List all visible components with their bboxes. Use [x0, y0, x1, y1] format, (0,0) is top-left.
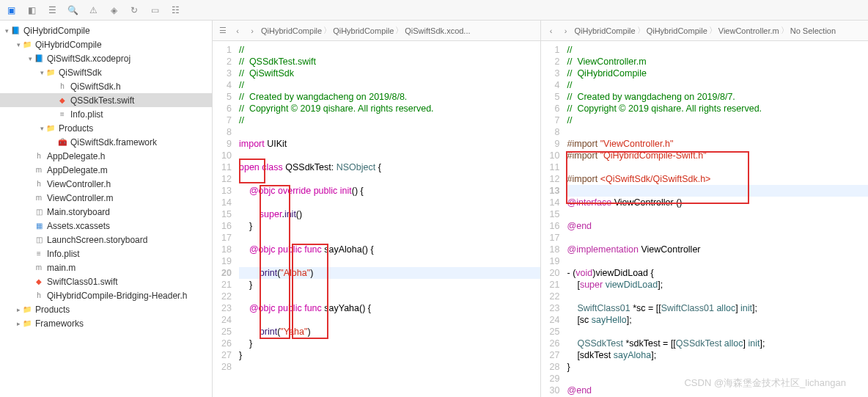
crumb-item[interactable]: QiHybridCompile	[575, 26, 636, 35]
right-jumpbar[interactable]: ‹ › QiHybridCompile 〉 QiHybridCompile 〉 …	[541, 21, 869, 41]
code-line[interactable]: //	[567, 79, 869, 91]
code-line[interactable]: @implementation ViewController	[567, 244, 869, 255]
disclosure-triangle-icon[interactable]: ▾	[38, 69, 45, 76]
code-line[interactable]: }	[239, 220, 540, 232]
forward-icon[interactable]: ›	[246, 26, 258, 35]
tree-row[interactable]: ◫LaunchScreen.storyboard	[0, 233, 212, 247]
disclosure-triangle-icon[interactable]: ▾	[15, 41, 22, 48]
tree-row[interactable]: ◫Main.storyboard	[0, 205, 212, 219]
code-line[interactable]: @end	[567, 385, 869, 396]
disclosure-triangle-icon[interactable]: ▾	[38, 125, 45, 132]
code-line[interactable]	[567, 373, 869, 385]
code-line[interactable]	[239, 126, 540, 138]
left-code-area[interactable]: 1234567891011121314151617181920212223242…	[213, 41, 540, 397]
code-line[interactable]: @end	[567, 220, 869, 232]
crumb-item[interactable]: QiSwiftSdk.xcod...	[405, 26, 470, 35]
folder-nav-icon[interactable]: ▣	[4, 4, 18, 17]
tests-nav-icon[interactable]: ◈	[107, 4, 120, 17]
code-line[interactable]	[567, 232, 869, 244]
tree-row[interactable]: ▦Assets.xcassets	[0, 219, 212, 233]
code-line[interactable]: @objc public func sayAloha() {	[239, 244, 540, 255]
code-line[interactable]	[239, 232, 540, 244]
tree-row[interactable]: ▸📁Products	[0, 302, 212, 316]
tree-row[interactable]: hQiSwiftSdk.h	[0, 79, 212, 93]
code-line[interactable]: super.init()	[239, 208, 540, 220]
debug-nav-icon[interactable]: ↻	[128, 4, 141, 17]
code-line[interactable]: //	[239, 44, 540, 56]
issues-nav-icon[interactable]: ⚠	[87, 4, 100, 17]
code-line[interactable]	[239, 314, 540, 326]
tree-row[interactable]: ▾📁QiHybridCompile	[0, 37, 212, 51]
tree-row[interactable]: hQiHybridCompile-Bridging-Header.h	[0, 288, 212, 302]
code-line[interactable]: #import <QiSwiftSdk/QiSwiftSdk.h>	[567, 173, 869, 185]
code-line[interactable]: // Created by wangdacheng on 2019/8/7.	[567, 91, 869, 103]
code-line[interactable]: SwiftClass01 *sc = [[SwiftClass01 alloc]…	[567, 302, 869, 314]
tree-row[interactable]: ▾📘QiSwiftSdk.xcodeproj	[0, 51, 212, 65]
tree-row[interactable]: ▾📘QiHybridCompile	[0, 23, 212, 37]
left-jumpbar[interactable]: ☰ ‹ › QiHybridCompile 〉 QiHybridCompile …	[213, 21, 540, 41]
code-line[interactable]: // QiSwiftSdk	[239, 68, 540, 79]
crumb-item[interactable]: QiHybridCompile	[333, 26, 394, 35]
code-line[interactable]: //	[567, 114, 869, 126]
code-line[interactable]	[239, 255, 540, 267]
code-line[interactable]: // QiHybridCompile	[567, 68, 869, 79]
code-line[interactable]	[567, 255, 869, 267]
code-line[interactable]: }	[239, 349, 540, 361]
code-line[interactable]: // ViewController.m	[567, 56, 869, 68]
crumb-item[interactable]: QiHybridCompile	[647, 26, 707, 35]
code-line[interactable]: [sc sayHello];	[567, 314, 869, 326]
breakpoints-nav-icon[interactable]: ▭	[148, 4, 161, 17]
disclosure-triangle-icon[interactable]: ▾	[3, 27, 10, 34]
code-line[interactable]: [sdkTest sayAloha];	[567, 349, 869, 361]
tree-row[interactable]: ▾📁Products	[0, 121, 212, 135]
tree-row[interactable]: mViewController.m	[0, 191, 212, 205]
code-line[interactable]	[567, 161, 869, 173]
crumb-item[interactable]: ViewController.m	[718, 26, 779, 35]
tree-row[interactable]: 🧰QiSwiftSdk.framework	[0, 135, 212, 149]
reports-nav-icon[interactable]: ☷	[169, 4, 182, 17]
symbols-nav-icon[interactable]: ☰	[45, 4, 59, 17]
code-line[interactable]	[239, 173, 540, 185]
code-line[interactable]: }	[239, 338, 540, 349]
tree-row[interactable]: ≡Info.plist	[0, 247, 212, 261]
code-line[interactable]: print("Aloha")	[239, 267, 540, 279]
code-line[interactable]	[567, 291, 869, 302]
related-items-icon[interactable]: ☰	[217, 26, 229, 35]
code-line[interactable]	[567, 185, 869, 197]
code-line[interactable]: import UIKit	[239, 138, 540, 150]
forward-icon[interactable]: ›	[560, 26, 572, 35]
code-line[interactable]: open class QSSdkTest: NSObject {	[239, 161, 540, 173]
code-line[interactable]	[567, 326, 869, 338]
code-line[interactable]	[239, 150, 540, 161]
find-nav-icon[interactable]: 🔍	[66, 4, 79, 17]
code-line[interactable]: [super viewDidLoad];	[567, 279, 869, 291]
code-line[interactable]: //	[567, 44, 869, 56]
back-icon[interactable]: ‹	[232, 26, 243, 35]
code-line[interactable]: @interface ViewController ()	[567, 197, 869, 208]
code-line[interactable]: - (void)viewDidLoad {	[567, 267, 869, 279]
code-line[interactable]: QSSdkTest *sdkTest = [[QSSdkTest alloc] …	[567, 338, 869, 349]
disclosure-triangle-icon[interactable]: ▸	[15, 306, 22, 313]
tree-row[interactable]: ◆SwiftClass01.swift	[0, 274, 212, 288]
code-line[interactable]	[567, 208, 869, 220]
code-line[interactable]: // Copyright © 2019 qishare. All rights …	[567, 103, 869, 114]
tree-row[interactable]: hViewController.h	[0, 177, 212, 191]
code-line[interactable]: #import "QiHybridCompile-Swift.h"	[567, 150, 869, 161]
code-line[interactable]: @objc override public init() {	[239, 185, 540, 197]
code-line[interactable]: #import "ViewController.h"	[567, 138, 869, 150]
back-icon[interactable]: ‹	[545, 26, 557, 35]
breadcrumb[interactable]: QiHybridCompile 〉 QiHybridCompile 〉 View…	[575, 25, 836, 36]
disclosure-triangle-icon[interactable]: ▾	[26, 55, 34, 62]
right-code-area[interactable]: 1234567891011121314151617181920212223242…	[541, 41, 869, 397]
crumb-item[interactable]: No Selection	[790, 26, 836, 35]
code-line[interactable]: }	[567, 361, 869, 373]
tree-row[interactable]: ▸📁Frameworks	[0, 316, 212, 330]
code-line[interactable]	[239, 361, 540, 373]
code-line[interactable]: print("Yaha")	[239, 326, 540, 338]
right-code[interactable]: //// ViewController.m// QiHybridCompile/…	[564, 41, 869, 397]
tree-row[interactable]: mAppDelegate.m	[0, 163, 212, 177]
code-line[interactable]: // Copyright © 2019 qishare. All rights …	[239, 103, 540, 114]
code-line[interactable]: // Created by wangdacheng on 2019/8/8.	[239, 91, 540, 103]
tree-row[interactable]: ▾📁QiSwiftSdk	[0, 65, 212, 79]
code-line[interactable]: //	[239, 79, 540, 91]
